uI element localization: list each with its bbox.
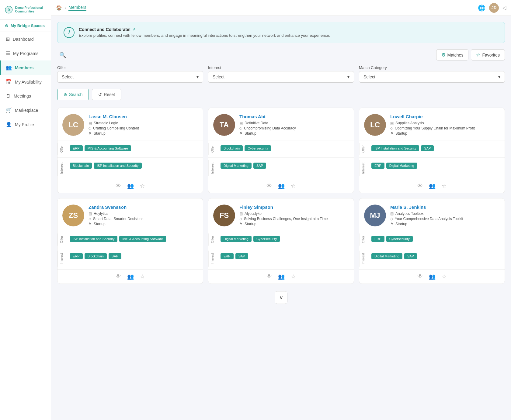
type-text: Startup [395, 222, 407, 226]
offer-tag: ERP [70, 145, 83, 151]
sidebar-item-members[interactable]: 👥 Members [0, 60, 51, 75]
view-profile-button[interactable]: 👁 [116, 273, 121, 280]
user-avatar[interactable]: JD [489, 3, 499, 13]
interest-tags: ERPSAP [217, 251, 252, 262]
bridge-spaces-label: My Bridge Spaces [11, 23, 45, 28]
favorite-button[interactable]: ☆ [140, 273, 145, 280]
favorite-button[interactable]: ☆ [442, 183, 447, 189]
nav-label-members: Members [15, 65, 33, 70]
matches-button[interactable]: ⚙ Matches [436, 49, 469, 60]
globe-icon[interactable]: 🌐 [478, 4, 485, 12]
connect-button[interactable]: 👥 [278, 183, 285, 189]
sidebar-item-my-profile[interactable]: 👤 My Profile [0, 117, 51, 132]
match-category-filter-label: Match Category [359, 65, 505, 70]
banner-title: Connect and Collaborate! ↗ [79, 27, 330, 32]
info-icon: i [64, 27, 75, 38]
offer-tag: ISP Installation and Security [371, 145, 419, 151]
home-icon[interactable]: 🏠 [56, 5, 62, 11]
interest-tag: Digital Marketing [221, 163, 252, 169]
external-link-icon[interactable]: ↗ [132, 27, 135, 32]
company-icon: ▤ [89, 212, 92, 216]
type-icon: ⚑ [390, 131, 394, 136]
favorite-button[interactable]: ☆ [140, 183, 145, 189]
tagline-text: Your Comprehensive Data Analysis Toolkit [395, 217, 463, 221]
tag-icon: ◇ [390, 126, 393, 130]
member-card: LC Lowell Charpie ▤ Supplies Analysis ◇ … [359, 108, 505, 193]
filters-row: Offer Select ▾ Interest Select ▾ Match C… [57, 65, 505, 83]
banner-description: Explore profiles, connect with fellow me… [79, 33, 330, 38]
avatar-placeholder: MJ [364, 205, 386, 226]
member-name[interactable]: Thomas Abt [239, 114, 349, 119]
content-area: i Connect and Collaborate! ↗ Explore pro… [51, 16, 511, 420]
sidebar-item-marketplace[interactable]: 🛒 Marketplace [0, 103, 51, 117]
member-avatar: ZS [62, 205, 84, 226]
offer-label: Offer [359, 143, 368, 155]
reset-button[interactable]: ↺ Reset [92, 89, 121, 100]
member-tagline: ◇ Crafting Compelling Content [89, 126, 198, 130]
type-text: Startup [395, 131, 407, 136]
member-name[interactable]: Lowell Charpie [390, 114, 500, 119]
sidebar-my-bridge-spaces[interactable]: ⊙ My Bridge Spaces [0, 20, 51, 32]
member-info: Lowell Charpie ▤ Supplies Analysis ◇ Opt… [390, 114, 500, 136]
sidebar-item-dashboard[interactable]: ⊞ Dashboard [0, 32, 51, 46]
member-name[interactable]: Finley Simpson [239, 205, 349, 210]
view-profile-button[interactable]: 👁 [116, 183, 121, 189]
connect-button[interactable]: 👥 [127, 183, 134, 189]
favorite-button[interactable]: ☆ [442, 273, 447, 280]
sidebar-item-my-availability[interactable]: 📅 My Availability [0, 75, 51, 89]
offer-filter-select[interactable]: Select ▾ [57, 71, 203, 83]
interest-section: Interest BlockchainISP Installation and … [57, 157, 203, 179]
offer-tags: ISP Installation and SecuritySAP [368, 143, 437, 154]
sidebar-nav: ⊞ Dashboard☰ My Programs👥 Members📅 My Av… [0, 32, 51, 420]
connect-button[interactable]: 👥 [429, 273, 436, 280]
member-tagline: ◇ Smart Data, Smarter Decisions [89, 217, 198, 221]
search-action-row: 🔍 ⚙ Matches ☆ Favorites [57, 49, 505, 60]
member-name[interactable]: Lasse M. Clausen [89, 114, 198, 119]
view-profile-button[interactable]: 👁 [266, 273, 272, 280]
sidebar-item-meetings[interactable]: 🗓 Meetings [0, 89, 51, 103]
card-top: MJ Maria S. Jenkins ▤ Analytics Toolbox … [359, 198, 505, 231]
card-actions: 👁 👥 ☆ [359, 269, 505, 284]
member-name[interactable]: Maria S. Jenkins [390, 205, 500, 210]
view-profile-button[interactable]: 👁 [417, 183, 423, 189]
banner-text: Connect and Collaborate! ↗ Explore profi… [79, 27, 330, 38]
search-button[interactable]: ⊕ Search [57, 89, 89, 100]
action-buttons: ⚙ Matches ☆ Favorites [436, 49, 505, 60]
interest-section: Interest ERPSAP [208, 248, 354, 269]
interest-label: Interest [359, 160, 368, 176]
favorites-button[interactable]: ☆ Favorites [471, 49, 505, 60]
breadcrumb-current-page: Members [68, 5, 86, 11]
offer-label: Offer [208, 143, 217, 155]
interest-tags: ERPDigital Marketing [368, 160, 421, 171]
favorite-button[interactable]: ☆ [291, 273, 296, 280]
interest-section: Interest Digital MarketingSAP [208, 157, 354, 179]
offer-tag: SAP [421, 145, 434, 151]
member-name[interactable]: Zandra Svensson [89, 205, 198, 210]
view-profile-button[interactable]: 👁 [417, 273, 423, 280]
favorite-button[interactable]: ☆ [291, 183, 296, 189]
search-icon-button[interactable]: 🔍 [57, 50, 68, 60]
match-category-filter-select[interactable]: Select ▾ [359, 71, 505, 83]
breadcrumb-separator: › [64, 5, 66, 11]
connect-button[interactable]: 👥 [278, 273, 285, 280]
member-avatar: MJ [364, 205, 386, 226]
company-icon: ▤ [390, 121, 394, 125]
card-actions: 👁 👥 ☆ [359, 179, 505, 193]
sidebar-item-my-programs[interactable]: ☰ My Programs [0, 46, 51, 60]
interest-filter-select[interactable]: Select ▾ [208, 71, 354, 83]
view-profile-button[interactable]: 👁 [266, 183, 272, 189]
interest-tag: ERP [371, 163, 384, 169]
company-icon: ▤ [390, 212, 394, 216]
sidebar-logo-area[interactable]: D Demo Professional Communities [0, 0, 51, 20]
collapse-sidebar-icon[interactable]: ◁ [502, 5, 506, 11]
load-more-button[interactable]: ∨ [275, 291, 287, 304]
search-reset-row: ⊕ Search ↺ Reset [57, 89, 505, 100]
connect-button[interactable]: 👥 [127, 273, 134, 280]
nav-label-meetings: Meetings [14, 94, 31, 98]
offer-section: Offer Digital MarketingCybersecurity [208, 231, 354, 248]
interest-tag: Blockchain [85, 253, 107, 259]
nav-icon-my-availability: 📅 [6, 79, 12, 85]
member-avatar: FS [213, 205, 235, 226]
connect-button[interactable]: 👥 [429, 183, 436, 189]
avatar-placeholder: LC [364, 114, 386, 136]
